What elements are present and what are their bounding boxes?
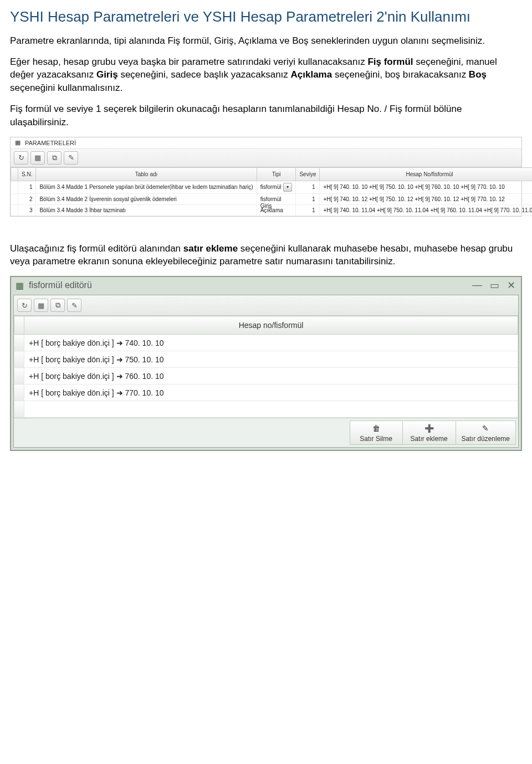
parameters-table: S.N. Tablo adı Tipi Seviye Hesap No/fisf…: [11, 167, 532, 216]
p4-a: Ulaşacağınız fiş formül editörü alanında…: [10, 243, 183, 254]
delete-row-label: Satır Silme: [360, 435, 392, 443]
row-handle[interactable]: [14, 335, 24, 351]
cell-sn: 1: [18, 181, 36, 193]
window-titlebar: ▦ PARAMETRELERİ: [11, 137, 521, 149]
chevron-down-icon[interactable]: ▾: [283, 183, 292, 192]
delete-icon: 🗑: [371, 423, 382, 433]
table-row[interactable]: 3 Bölüm 3.4 Madde 3 İhbar tazminatı Açık…: [11, 204, 533, 216]
edit-icon: ✎: [480, 423, 491, 433]
close-icon[interactable]: ✕: [507, 279, 515, 291]
col-seviye[interactable]: Seviye: [296, 167, 320, 181]
col-rowhandle: [11, 167, 18, 181]
p2-e: seçeneğini, sadece başlık yazacaksanız: [120, 69, 290, 80]
editor-title-text: fisformül editörü: [29, 280, 92, 290]
col-hesapno[interactable]: Hesap No/fisformül: [320, 167, 532, 181]
fisformul-editor-window: ▦ fisformül editörü — ▭ ✕ ↻ ▦ ⧉ ✎ Hesap …: [10, 276, 522, 451]
editor-toolbar: ↻ ▦ ⧉ ✎: [14, 295, 518, 316]
cell-tipi[interactable]: fisformül ▾: [257, 181, 296, 193]
toolbar: ↻ ▦ ⧉ ✎: [11, 149, 521, 167]
toolbar-export-button[interactable]: ⧉: [47, 151, 62, 165]
cell-tablo: Bölüm 3.4 Madde 2 İşverenin sosyal güven…: [36, 193, 257, 204]
cell-hesapno: +H[ 9] 740. 10. 10 +H[ 9] 750. 10. 10 +H…: [320, 181, 532, 193]
cell-formula: +H [ borç bakiye dön.içi ] ➜ 760. 10. 10: [24, 368, 518, 384]
cell-tipi[interactable]: Açıklama: [257, 204, 296, 216]
window-title-text: PARAMETRELERİ: [25, 140, 76, 146]
table-empty-area: [14, 401, 518, 418]
minimize-icon[interactable]: —: [472, 279, 482, 291]
p2-h: Boş: [469, 69, 487, 80]
cell-formula: +H [ borç bakiye dön.içi ] ➜ 740. 10. 10: [24, 335, 518, 351]
edit-row-button[interactable]: ✎ Satır düzenleme: [456, 421, 516, 445]
table-row[interactable]: 2 Bölüm 3.4 Madde 2 İşverenin sosyal güv…: [11, 193, 533, 204]
cell-seviye: 1: [296, 193, 320, 204]
p2-i: seçeneğini kullanmalısınız.: [10, 83, 122, 93]
table-row[interactable]: +H [ borç bakiye dön.içi ] ➜ 740. 10. 10: [14, 335, 518, 351]
cell-tablo: Bölüm 3.4 Madde 3 İhbar tazminatı: [36, 204, 257, 216]
p2-b: Fiş formül: [367, 57, 413, 67]
p2-g: seçeneğini, boş bırakacaksanız: [335, 69, 469, 80]
table-row[interactable]: +H [ borç bakiye dön.içi ] ➜ 770. 10. 10: [14, 384, 518, 401]
p4-b: satır ekleme: [183, 243, 238, 254]
col-rowhandle: [14, 316, 24, 335]
col-sn[interactable]: S.N.: [18, 167, 36, 181]
add-icon: ➕: [423, 423, 434, 433]
cell-hesapno: +H[ 9] 740. 10. 11.04 +H[ 9] 750. 10. 11…: [320, 204, 532, 216]
toolbar-edit-button[interactable]: ✎: [64, 151, 78, 165]
cell-formula: +H [ borç bakiye dön.içi ] ➜ 750. 10. 10: [24, 351, 518, 368]
toolbar-export-button[interactable]: ⧉: [50, 299, 65, 312]
table-row[interactable]: +H [ borç bakiye dön.içi ] ➜ 750. 10. 10: [14, 351, 518, 368]
row-handle[interactable]: [14, 368, 24, 384]
cell-sn: 3: [18, 204, 36, 216]
row-handle[interactable]: [11, 181, 18, 193]
grid-icon: ▦: [14, 139, 22, 147]
add-row-label: Satır ekleme: [410, 435, 447, 443]
tipi-option[interactable]: fisformül: [260, 196, 293, 202]
grid-icon: ▦: [14, 280, 24, 290]
add-row-button[interactable]: ➕ Satır ekleme: [403, 421, 456, 445]
tipi-value: Açıklama: [260, 207, 283, 213]
cell-seviye: 1: [296, 181, 320, 193]
cell-seviye: 1: [296, 204, 320, 216]
parametreleri-window: ▦ PARAMETRELERİ ↻ ▦ ⧉ ✎ S.N. Tablo adı T…: [10, 137, 522, 217]
col-tablo[interactable]: Tablo adı: [36, 167, 257, 181]
editor-table: Hesap no/fisformül +H [ borç bakiye dön.…: [14, 316, 518, 418]
row-handle[interactable]: [14, 384, 24, 401]
cell-formula: +H [ borç bakiye dön.içi ] ➜ 770. 10. 10: [24, 384, 518, 401]
row-handle[interactable]: [11, 204, 18, 216]
col-tipi[interactable]: Tipi: [257, 167, 296, 181]
toolbar-grid-button[interactable]: ▦: [34, 299, 48, 312]
tipi-value: fisformül: [260, 184, 282, 190]
row-handle[interactable]: [11, 193, 18, 204]
paragraph-1: Parametre ekranlarında, tipi alanında Fi…: [10, 34, 522, 48]
toolbar-edit-button[interactable]: ✎: [67, 299, 81, 312]
p2-f: Açıklama: [291, 69, 332, 80]
edit-row-label: Satır düzenleme: [462, 435, 510, 443]
cell-tablo: Bölüm 3.4 Madde 1 Personele yapılan brüt…: [36, 181, 257, 193]
delete-row-button[interactable]: 🗑 Satır Silme: [350, 421, 403, 445]
col-hesapno[interactable]: Hesap no/fisformül: [24, 316, 518, 335]
toolbar-refresh-button[interactable]: ↻: [17, 299, 32, 312]
toolbar-refresh-button[interactable]: ↻: [14, 151, 28, 165]
row-handle[interactable]: [14, 351, 24, 368]
cell-tipi[interactable]: fisformül Giriş: [257, 193, 296, 204]
table-row[interactable]: +H [ borç bakiye dön.içi ] ➜ 760. 10. 10: [14, 368, 518, 384]
paragraph-2: Eğer hesap, hesap grubu veya başka bir p…: [10, 55, 522, 95]
paragraph-3: Fiş formül ve seviye 1 seçerek bilgileri…: [10, 102, 522, 129]
p2-d: Giriş: [96, 69, 118, 80]
maximize-icon[interactable]: ▭: [490, 279, 499, 291]
toolbar-grid-button[interactable]: ▦: [30, 151, 45, 165]
page-title: YSHI Hesap Parametreleri ve YSHI Hesap P…: [10, 8, 522, 27]
editor-footer: 🗑 Satır Silme ➕ Satır ekleme ✎ Satır düz…: [14, 418, 518, 447]
p2-a: Eğer hesap, hesap grubu veya başka bir p…: [10, 57, 367, 67]
cell-hesapno: +H[ 9] 740. 10. 12 +H[ 9] 750. 10. 12 +H…: [320, 193, 532, 204]
table-row[interactable]: 1 Bölüm 3.4 Madde 1 Personele yapılan br…: [11, 181, 533, 193]
cell-sn: 2: [18, 193, 36, 204]
paragraph-4: Ulaşacağınız fiş formül editörü alanında…: [10, 242, 522, 269]
editor-titlebar: ▦ fisformül editörü — ▭ ✕: [11, 277, 521, 295]
